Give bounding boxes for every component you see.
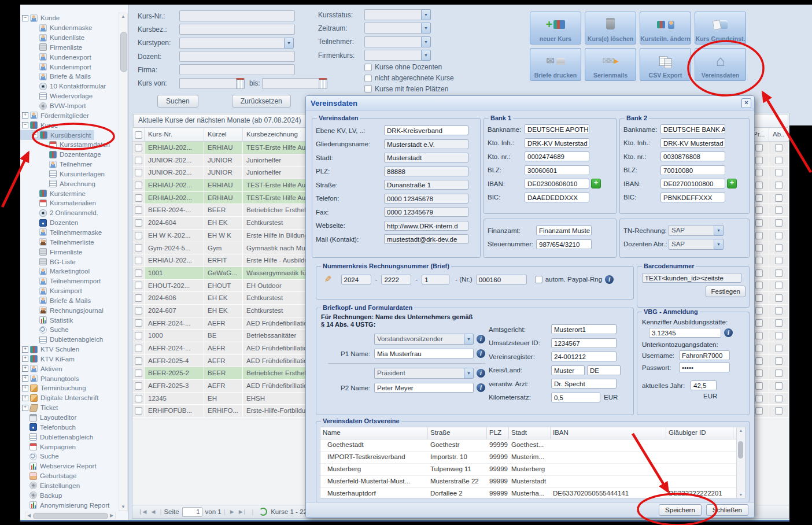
chevron-down-icon[interactable] bbox=[421, 50, 431, 61]
field-input[interactable]: 70010080 bbox=[660, 165, 725, 175]
chevron-down-icon[interactable] bbox=[421, 36, 431, 47]
row-checkbox[interactable] bbox=[135, 307, 142, 315]
paypal-rng-checkbox[interactable] bbox=[535, 276, 542, 283]
info-icon[interactable] bbox=[605, 275, 614, 284]
row-checkbox[interactable] bbox=[135, 257, 142, 264]
field-input[interactable]: DE02300606010 bbox=[525, 179, 589, 188]
ab-checkbox[interactable] bbox=[775, 307, 783, 315]
pr-checkbox[interactable] bbox=[755, 282, 763, 289]
sidebar-item[interactable]: Dublettenabgleich bbox=[20, 335, 106, 345]
toolbar-button[interactable]: Kurs Grundeinst. bbox=[695, 12, 746, 45]
tree-expander-icon[interactable]: + bbox=[22, 385, 28, 391]
row-checkbox[interactable] bbox=[135, 294, 142, 302]
field-input[interactable]: 88888 bbox=[384, 167, 468, 176]
firma-input[interactable] bbox=[179, 64, 295, 75]
ab-checkbox[interactable] bbox=[775, 369, 783, 377]
sidebar-item[interactable]: BG-Liste bbox=[20, 257, 79, 267]
toolbar-button[interactable]: Briefe drucken bbox=[530, 48, 581, 81]
tree-expander-icon[interactable]: + bbox=[22, 356, 28, 362]
schliessen-button[interactable]: Schließen bbox=[706, 504, 748, 516]
scroll-up-icon[interactable]: ▲ bbox=[737, 427, 745, 434]
toolbar-button[interactable]: CSV Export bbox=[640, 48, 691, 81]
toolbar-button[interactable]: Kurs(e) löschen bbox=[585, 12, 636, 45]
toolbar-button[interactable]: neuer Kurs bbox=[530, 12, 581, 45]
close-icon[interactable] bbox=[741, 98, 751, 108]
sidebar-item[interactable]: Teilnehmerliste bbox=[20, 237, 98, 247]
row-checkbox[interactable] bbox=[135, 282, 142, 289]
field-input[interactable]: DRK-KV Musterstad bbox=[660, 138, 725, 148]
col-plz[interactable]: PLZ bbox=[487, 427, 509, 439]
info-icon[interactable] bbox=[724, 328, 733, 337]
row-checkbox[interactable] bbox=[135, 407, 142, 415]
pr-checkbox[interactable] bbox=[755, 357, 763, 365]
tree-expander-icon[interactable]: + bbox=[22, 112, 28, 119]
field-input[interactable]: DRK-KV Musterstad bbox=[525, 138, 589, 148]
col-kursnr[interactable]: Kurs-Nr. bbox=[145, 128, 204, 141]
sidebar-vertical-scrollbar[interactable]: ▲ ▼ bbox=[119, 13, 128, 511]
info-icon[interactable] bbox=[477, 383, 485, 392]
field-input[interactable]: 0030876808 bbox=[660, 151, 725, 161]
pr-checkbox[interactable] bbox=[755, 144, 763, 151]
pr-checkbox[interactable] bbox=[755, 319, 763, 327]
sidebar-item[interactable]: Briefe & Mails bbox=[20, 295, 94, 305]
row-checkbox[interactable] bbox=[135, 219, 142, 227]
nk-part2-input[interactable]: 2222 bbox=[381, 275, 411, 284]
dozent-input[interactable] bbox=[179, 51, 295, 62]
field-select[interactable]: SAP bbox=[669, 225, 724, 236]
sidebar-item[interactable]: Telefonbuch bbox=[20, 422, 79, 432]
sidebar-item[interactable]: Teilnehmer bbox=[20, 160, 95, 169]
sidebar-item[interactable]: Kundenliste bbox=[20, 33, 88, 43]
ab-checkbox[interactable] bbox=[775, 282, 783, 289]
sidebar-item[interactable]: + Planungtools bbox=[20, 374, 83, 383]
sidebar-item[interactable]: + KTV Schulen bbox=[20, 345, 83, 354]
ortsverein-row[interactable]: IMPORT-Testkreisverband Importstr. 10 99… bbox=[320, 452, 745, 464]
pr-checkbox[interactable] bbox=[755, 345, 763, 352]
sidebar-item[interactable]: Statistik bbox=[20, 315, 76, 325]
row-checkbox[interactable] bbox=[135, 332, 142, 339]
ortsverein-row[interactable]: Goethestadt Goethestr 99999 Goethest... bbox=[320, 439, 745, 452]
sidebar-item[interactable]: Kursimport bbox=[20, 286, 86, 296]
sidebar-item[interactable]: Backup bbox=[20, 490, 65, 500]
pr-checkbox[interactable] bbox=[755, 182, 763, 189]
nk-part1-input[interactable]: 2024 bbox=[341, 275, 371, 284]
sidebar-item[interactable]: Teilnehmermaske bbox=[20, 228, 105, 238]
row-checkbox[interactable] bbox=[135, 395, 142, 402]
row-checkbox[interactable] bbox=[135, 244, 142, 252]
field-input[interactable]: http://www.DRK-intern.d bbox=[384, 221, 468, 231]
ab-checkbox[interactable] bbox=[775, 157, 783, 164]
select-all-checkbox[interactable] bbox=[135, 131, 142, 139]
sidebar-item[interactable]: Wiedervorlage bbox=[20, 91, 96, 101]
chevron-down-icon[interactable] bbox=[714, 225, 724, 236]
sidebar-item[interactable]: BVW-Import bbox=[20, 101, 89, 111]
scroll-down-icon[interactable]: ▼ bbox=[119, 504, 127, 511]
info-icon[interactable] bbox=[477, 349, 485, 358]
refresh-icon[interactable] bbox=[259, 508, 267, 516]
kursnr-input[interactable] bbox=[179, 10, 295, 21]
ortsvereine-scrollbar[interactable]: ▲ ▼ bbox=[736, 427, 745, 498]
ab-checkbox[interactable] bbox=[775, 407, 783, 415]
pr-checkbox[interactable] bbox=[755, 157, 763, 164]
info-icon[interactable] bbox=[477, 335, 485, 343]
sidebar-item[interactable]: Webservice Report bbox=[20, 461, 100, 471]
sidebar-item[interactable]: Firmenliste bbox=[20, 247, 86, 257]
chevron-down-icon[interactable] bbox=[421, 23, 431, 34]
scrollbar-thumb[interactable] bbox=[33, 513, 108, 519]
tree-expander-icon[interactable]: − bbox=[22, 122, 28, 128]
kurse-ohne-dozenten-checkbox[interactable] bbox=[364, 64, 372, 71]
jahr-input[interactable]: 42,5 bbox=[691, 380, 717, 390]
ab-checkbox[interactable] bbox=[775, 144, 783, 151]
p2-role-select[interactable]: Präsident bbox=[374, 368, 474, 379]
iban-add-icon[interactable] bbox=[591, 179, 601, 188]
tree-expander-icon[interactable]: + bbox=[22, 365, 28, 372]
prev-page-icon[interactable]: ◀ bbox=[151, 509, 155, 515]
pr-checkbox[interactable] bbox=[755, 194, 763, 202]
ab-checkbox[interactable] bbox=[775, 345, 783, 352]
sidebar-item[interactable]: 2 Onlineanmeld. bbox=[20, 208, 102, 218]
calendar-icon[interactable] bbox=[236, 78, 245, 89]
ab-checkbox[interactable] bbox=[775, 319, 783, 327]
field-input[interactable]: Dr. Specht bbox=[551, 379, 617, 389]
sidebar-item[interactable]: − Kursübersicht bbox=[20, 130, 94, 140]
nk-nr-input[interactable]: 000160 bbox=[476, 275, 527, 284]
row-checkbox[interactable] bbox=[135, 157, 142, 164]
field-input[interactable]: Muster bbox=[551, 365, 585, 375]
